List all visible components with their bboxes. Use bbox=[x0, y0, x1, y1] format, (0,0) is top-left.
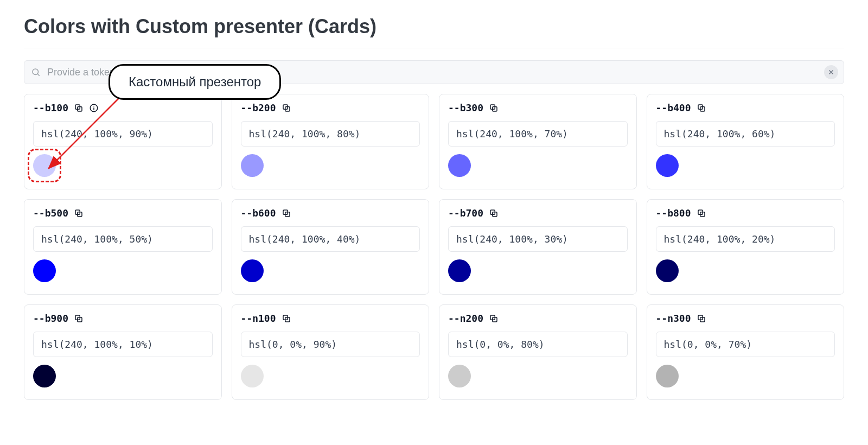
annotation-callout: Кастомный презентор bbox=[108, 64, 281, 100]
token-value[interactable]: hsl(240, 100%, 10%) bbox=[33, 332, 213, 357]
copy-icon[interactable] bbox=[282, 103, 291, 113]
color-card: --b600hsl(240, 100%, 40%) bbox=[232, 199, 430, 295]
token-value[interactable]: hsl(240, 100%, 40%) bbox=[241, 226, 420, 252]
token-name: --n100 bbox=[241, 313, 276, 324]
info-icon[interactable] bbox=[89, 103, 99, 113]
color-card: --b200hsl(240, 100%, 80%) bbox=[232, 94, 430, 189]
color-swatch bbox=[33, 259, 56, 282]
token-value[interactable]: hsl(240, 100%, 90%) bbox=[33, 121, 213, 147]
token-value[interactable]: hsl(240, 100%, 30%) bbox=[448, 226, 628, 252]
page-title: Colors with Custom presenter (Cards) bbox=[24, 15, 844, 38]
card-header: --b300 bbox=[448, 102, 628, 113]
token-value[interactable]: hsl(240, 100%, 80%) bbox=[241, 121, 420, 147]
card-header: --n100 bbox=[241, 313, 420, 324]
copy-icon[interactable] bbox=[282, 314, 291, 323]
copy-icon[interactable] bbox=[282, 208, 291, 218]
search-icon bbox=[31, 67, 41, 77]
token-name: --b300 bbox=[448, 102, 483, 113]
token-name: --n300 bbox=[656, 313, 691, 324]
card-header: --b200 bbox=[241, 102, 420, 113]
color-swatch bbox=[656, 259, 679, 282]
token-name: --b100 bbox=[33, 102, 68, 113]
svg-line-1 bbox=[37, 74, 39, 75]
token-name: --b600 bbox=[241, 207, 276, 219]
token-name: --b900 bbox=[33, 313, 68, 324]
copy-icon[interactable] bbox=[74, 314, 84, 323]
color-swatch bbox=[448, 365, 471, 387]
color-card: --n100hsl(0, 0%, 90%) bbox=[232, 304, 430, 400]
color-card: --b900hsl(240, 100%, 10%) bbox=[24, 304, 222, 400]
clear-search-button[interactable] bbox=[824, 65, 838, 79]
color-swatch bbox=[448, 154, 471, 177]
token-value[interactable]: hsl(0, 0%, 80%) bbox=[448, 332, 628, 357]
token-value[interactable]: hsl(240, 100%, 70%) bbox=[448, 121, 628, 147]
color-card: --b100hsl(240, 100%, 90%) bbox=[24, 94, 222, 189]
token-value[interactable]: hsl(240, 100%, 50%) bbox=[33, 226, 213, 252]
svg-point-0 bbox=[33, 69, 39, 75]
annotation-text: Кастомный презентор bbox=[129, 74, 261, 89]
copy-icon[interactable] bbox=[489, 103, 499, 113]
copy-icon[interactable] bbox=[489, 208, 499, 218]
token-name: --b800 bbox=[656, 207, 691, 219]
token-name: --b500 bbox=[33, 207, 68, 219]
copy-icon[interactable] bbox=[697, 208, 706, 218]
token-name: --b700 bbox=[448, 207, 483, 219]
color-card: --b700hsl(240, 100%, 30%) bbox=[439, 199, 637, 295]
color-swatch bbox=[241, 365, 264, 387]
color-swatch bbox=[656, 154, 679, 177]
card-header: --n200 bbox=[448, 313, 628, 324]
token-value[interactable]: hsl(0, 0%, 90%) bbox=[241, 332, 420, 357]
svg-point-10 bbox=[93, 105, 94, 106]
color-card: --n200hsl(0, 0%, 80%) bbox=[439, 304, 637, 400]
card-header: --b700 bbox=[448, 207, 628, 219]
card-header: --b800 bbox=[656, 207, 835, 219]
copy-icon[interactable] bbox=[74, 103, 84, 113]
token-name: --b200 bbox=[241, 102, 276, 113]
card-header: --b500 bbox=[33, 207, 213, 219]
copy-icon[interactable] bbox=[697, 314, 706, 323]
title-divider bbox=[24, 48, 844, 48]
color-swatch bbox=[241, 259, 264, 282]
color-card: --n300hsl(0, 0%, 70%) bbox=[647, 304, 845, 400]
copy-icon[interactable] bbox=[74, 208, 84, 218]
color-card: --b800hsl(240, 100%, 20%) bbox=[647, 199, 845, 295]
card-header: --n300 bbox=[656, 313, 835, 324]
color-card: --b500hsl(240, 100%, 50%) bbox=[24, 199, 222, 295]
card-header: --b400 bbox=[656, 102, 835, 113]
card-header: --b100 bbox=[33, 102, 213, 113]
copy-icon[interactable] bbox=[489, 314, 499, 323]
copy-icon[interactable] bbox=[697, 103, 706, 113]
token-name: --n200 bbox=[448, 313, 483, 324]
token-value[interactable]: hsl(240, 100%, 20%) bbox=[656, 226, 835, 252]
color-card: --b300hsl(240, 100%, 70%) bbox=[439, 94, 637, 189]
token-value[interactable]: hsl(240, 100%, 60%) bbox=[656, 121, 835, 147]
token-value[interactable]: hsl(0, 0%, 70%) bbox=[656, 332, 835, 357]
token-name: --b400 bbox=[656, 102, 691, 113]
color-swatch bbox=[33, 154, 56, 177]
color-swatch bbox=[448, 259, 471, 282]
color-swatch bbox=[33, 365, 56, 387]
card-header: --b900 bbox=[33, 313, 213, 324]
color-swatch bbox=[656, 365, 679, 387]
color-card: --b400hsl(240, 100%, 60%) bbox=[647, 94, 845, 189]
color-swatch bbox=[241, 154, 264, 177]
card-header: --b600 bbox=[241, 207, 420, 219]
